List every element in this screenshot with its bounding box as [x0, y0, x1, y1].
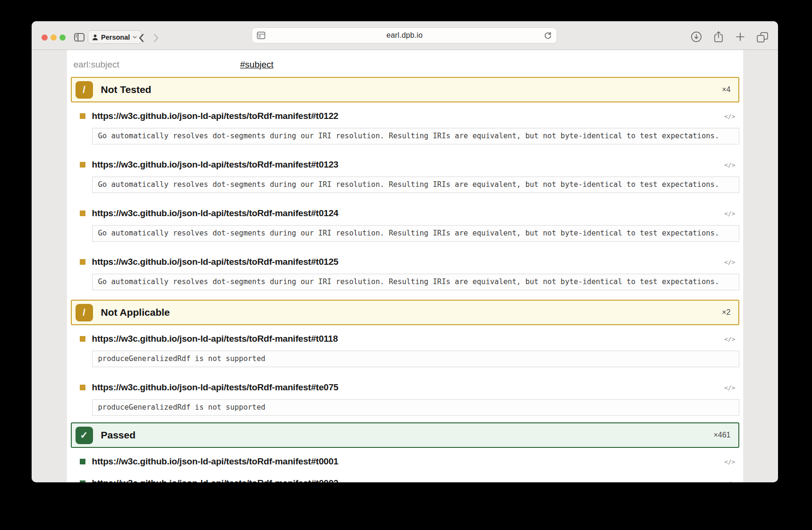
- test-description: Go automatically resolves dot-segments d…: [92, 274, 739, 290]
- subject-link[interactable]: #subject: [240, 59, 274, 77]
- test-url: https://w3c.github.io/json-ld-api/tests/…: [92, 208, 338, 219]
- test-row: https://w3c.github.io/json-ld-api/tests/…: [71, 381, 739, 394]
- code-icon[interactable]: </>: [724, 259, 735, 266]
- result-bullet-icon: [80, 336, 85, 342]
- section-count: ×461: [713, 431, 730, 439]
- back-button[interactable]: [136, 33, 146, 42]
- section-title: Not Applicable: [101, 307, 170, 318]
- result-bullet-icon: [80, 459, 85, 464]
- page-settings-icon[interactable]: [257, 32, 265, 39]
- page-viewport[interactable]: earl:subject #subject / Not Tested ×4 ht…: [32, 50, 778, 482]
- test-description: Go automatically resolves dot-segments d…: [92, 177, 739, 193]
- code-icon[interactable]: </>: [724, 458, 735, 465]
- code-icon[interactable]: </>: [724, 113, 735, 120]
- code-icon[interactable]: </>: [724, 161, 735, 168]
- reload-icon[interactable]: [544, 32, 552, 40]
- test-description: produceGeneralizedRdf is not supported: [92, 399, 739, 416]
- section-header-not-tested: / Not Tested ×4: [71, 77, 739, 102]
- address-bar[interactable]: earl.dpb.io: [252, 27, 557, 43]
- section-count: ×4: [722, 85, 730, 94]
- minimize-button[interactable]: [51, 34, 57, 41]
- code-icon[interactable]: </>: [724, 210, 735, 217]
- code-icon[interactable]: </>: [724, 336, 735, 343]
- profile-label: Personal: [101, 34, 130, 41]
- property-label: earl:subject: [74, 59, 240, 77]
- result-bullet-icon: [80, 480, 85, 482]
- test-description: produceGeneralizedRdf is not supported: [92, 351, 739, 367]
- tab-overview-icon[interactable]: [756, 32, 769, 43]
- result-bullet-icon: [80, 210, 85, 216]
- result-bullet-icon: [80, 385, 85, 390]
- new-tab-icon[interactable]: [736, 32, 745, 42]
- section-title: Not Tested: [101, 84, 152, 95]
- test-url: https://w3c.github.io/json-ld-api/tests/…: [92, 111, 338, 121]
- fullscreen-button[interactable]: [59, 34, 66, 41]
- section-count: ×2: [722, 308, 730, 317]
- test-description: Go automatically resolves dot-segments d…: [92, 225, 739, 242]
- test-url: https://w3c.github.io/json-ld-api/tests/…: [92, 478, 338, 482]
- test-row: https://w3c.github.io/json-ld-api/tests/…: [71, 455, 739, 468]
- test-url: https://w3c.github.io/json-ld-api/tests/…: [92, 382, 338, 393]
- section-header-passed: ✓ Passed ×461: [71, 422, 739, 448]
- forward-button[interactable]: [151, 33, 161, 42]
- url-text: earl.dpb.io: [265, 31, 544, 40]
- browser-window: Personal: [32, 21, 778, 482]
- test-url: https://w3c.github.io/json-ld-api/tests/…: [92, 456, 338, 467]
- code-icon[interactable]: </>: [724, 480, 735, 483]
- code-icon[interactable]: </>: [724, 384, 735, 391]
- close-button[interactable]: [42, 34, 48, 41]
- browser-toolbar: Personal: [32, 21, 778, 50]
- sidebar-toggle-icon[interactable]: [74, 33, 85, 42]
- test-row: https://w3c.github.io/json-ld-api/tests/…: [71, 333, 739, 345]
- test-url: https://w3c.github.io/json-ld-api/tests/…: [92, 334, 338, 344]
- test-row: https://w3c.github.io/json-ld-api/tests/…: [71, 207, 739, 219]
- not-tested-badge-icon: /: [76, 81, 93, 99]
- subject-property-row: earl:subject #subject: [71, 50, 739, 77]
- share-icon[interactable]: [713, 31, 724, 43]
- not-applicable-badge-icon: /: [76, 304, 93, 321]
- test-row: https://w3c.github.io/json-ld-api/tests/…: [71, 159, 739, 171]
- passed-check-badge-icon: ✓: [76, 427, 93, 444]
- section-title: Passed: [101, 429, 136, 441]
- test-url: https://w3c.github.io/json-ld-api/tests/…: [92, 257, 338, 267]
- profile-button[interactable]: Personal: [88, 30, 142, 44]
- test-url: https://w3c.github.io/json-ld-api/tests/…: [92, 160, 338, 170]
- downloads-icon[interactable]: [691, 31, 702, 42]
- test-row: https://w3c.github.io/json-ld-api/tests/…: [71, 110, 739, 122]
- test-row: https://w3c.github.io/json-ld-api/tests/…: [71, 477, 739, 482]
- section-header-not-applicable: / Not Applicable ×2: [71, 300, 739, 325]
- result-bullet-icon: [80, 113, 85, 119]
- earl-report-card: earl:subject #subject / Not Tested ×4 ht…: [67, 50, 744, 482]
- person-icon: [92, 34, 98, 41]
- test-description: Go automatically resolves dot-segments d…: [92, 128, 739, 144]
- result-bullet-icon: [80, 162, 85, 168]
- test-row: https://w3c.github.io/json-ld-api/tests/…: [71, 256, 739, 268]
- result-bullet-icon: [80, 259, 85, 265]
